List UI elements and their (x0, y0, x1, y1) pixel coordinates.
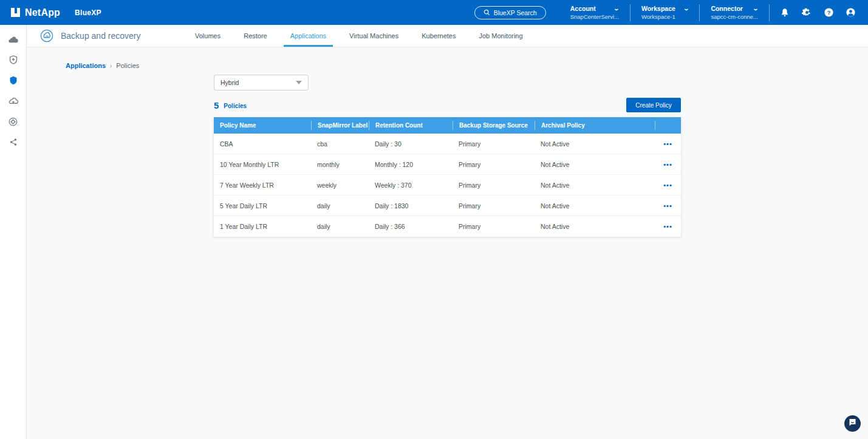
column-header-actions (655, 121, 681, 130)
account-menu-value: SnapCenterServi... (570, 13, 619, 20)
chat-help-button[interactable] (844, 415, 861, 432)
workspace-menu[interactable]: Workspace ⌄ Workspace-1 (630, 4, 700, 21)
row-ellipsis-menu-icon[interactable]: ••• (663, 162, 672, 168)
cell-archival-policy: Not Active (535, 202, 655, 209)
column-header-backup-storage-source: Backup Storage Source (453, 121, 535, 130)
cell-policy-name: 7 Year Weekly LTR (214, 182, 311, 189)
dropdown-caret-icon (296, 81, 302, 84)
table-header-row: Policy NameSnapMirror LabelRetention Cou… (214, 117, 681, 134)
breadcrumb-applications-link[interactable]: Applications (66, 62, 106, 69)
cell-retention-count: Weekly : 370 (369, 182, 453, 189)
cell-archival-policy: Not Active (535, 140, 655, 148)
table-row: 1 Year Daily LTRdailyDaily : 366PrimaryN… (214, 216, 681, 237)
connector-menu-value: sapcc-cm-conne... (711, 13, 758, 20)
shield-plus-icon (9, 55, 18, 64)
row-ellipsis-menu-icon[interactable]: ••• (663, 203, 672, 209)
cell-backup-storage-source: Primary (453, 140, 535, 148)
policies-table: Policy NameSnapMirror LabelRetention Cou… (214, 117, 681, 237)
breadcrumb-current: Policies (116, 62, 139, 69)
svg-text:?: ? (827, 9, 830, 16)
left-sidebar (0, 25, 27, 439)
cloud-storage-icon (8, 35, 18, 43)
gear-circle-icon (9, 117, 18, 126)
cell-snapmirror-label: weekly (311, 182, 369, 189)
cell-policy-name: CBA (214, 140, 311, 148)
cell-archival-policy: Not Active (535, 161, 655, 168)
brand-name: NetApp (25, 7, 60, 18)
cell-archival-policy: Not Active (535, 182, 655, 189)
cell-retention-count: Daily : 1830 (369, 202, 453, 209)
connector-menu-label: Connector (711, 5, 743, 12)
cell-retention-count: Daily : 30 (369, 140, 453, 148)
cell-backup-storage-source: Primary (453, 202, 535, 209)
policies-count-label: Policies (224, 101, 247, 109)
tab-job-monitoring[interactable]: Job Monitoring (467, 25, 534, 47)
workspace-menu-value: Workspace-1 (641, 13, 688, 20)
product-name: BlueXP (75, 9, 101, 17)
cell-snapmirror-label: daily (311, 202, 369, 209)
sidebar-item-protection[interactable] (4, 72, 23, 88)
policies-count: 5 (214, 100, 219, 111)
sidebar-item-extend[interactable] (4, 114, 23, 129)
environment-filter-dropdown[interactable]: Hybrid (214, 75, 309, 90)
cell-archival-policy: Not Active (535, 223, 655, 230)
row-actions-menu: ••• (655, 203, 681, 209)
row-actions-menu: ••• (655, 141, 681, 147)
netapp-brand[interactable]: NetApp (0, 7, 60, 18)
tab-volumes[interactable]: Volumes (183, 25, 232, 47)
help-icon[interactable]: ? (821, 5, 836, 21)
bluexp-search-button[interactable]: BlueXP Search (474, 6, 546, 19)
notifications-bell-icon[interactable] (777, 5, 793, 21)
table-body: CBAcbaDaily : 30PrimaryNot Active•••10 Y… (214, 134, 681, 237)
environment-filter-value: Hybrid (220, 79, 239, 86)
cell-snapmirror-label: cba (311, 140, 369, 148)
service-title: Backup and recovery (61, 31, 141, 41)
sidebar-item-storage[interactable] (4, 31, 23, 47)
workspace-menu-label: Workspace (641, 5, 675, 12)
shield-protection-icon (9, 76, 18, 85)
row-actions-menu: ••• (655, 223, 681, 230)
share-network-icon (9, 138, 18, 146)
table-row: CBAcbaDaily : 30PrimaryNot Active••• (214, 134, 681, 154)
search-icon (484, 9, 490, 16)
sidebar-item-health[interactable] (4, 52, 23, 67)
column-header-archival-policy: Archival Policy (535, 121, 655, 130)
topnav-icons: ? (770, 5, 868, 21)
sidebar-item-mobility[interactable] (4, 93, 23, 109)
cell-policy-name: 5 Year Daily LTR (214, 202, 311, 209)
chevron-down-icon: ⌄ (613, 5, 620, 12)
row-actions-menu: ••• (655, 182, 681, 188)
cell-snapmirror-label: monthly (311, 161, 369, 168)
column-header-retention-count: Retention Count (369, 121, 453, 130)
tab-virtual-machines[interactable]: Virtual Machines (338, 25, 410, 47)
account-menu-label: Account (570, 5, 596, 12)
user-profile-icon[interactable] (842, 5, 858, 21)
tab-applications[interactable]: Applications (279, 25, 338, 47)
sidebar-item-share[interactable] (4, 134, 23, 150)
policies-summary-bar: 5 Policies Create Policy (214, 97, 681, 113)
tab-restore[interactable]: Restore (232, 25, 279, 47)
row-ellipsis-menu-icon[interactable]: ••• (663, 223, 672, 230)
cell-retention-count: Daily : 366 (369, 223, 453, 230)
cell-backup-storage-source: Primary (453, 182, 535, 189)
topnav-right: BlueXP Search Account ⌄ SnapCenterServi.… (474, 0, 868, 25)
chat-bubble-icon (848, 418, 857, 429)
search-label: BlueXP Search (494, 9, 537, 16)
cell-snapmirror-label: daily (311, 223, 369, 230)
service-header: Backup and recovery VolumesRestoreApplic… (27, 25, 868, 47)
connector-menu[interactable]: Connector ⌄ sapcc-cm-conne... (700, 4, 770, 21)
service-tabs: VolumesRestoreApplicationsVirtual Machin… (183, 25, 535, 47)
create-policy-button[interactable]: Create Policy (626, 98, 681, 112)
row-ellipsis-menu-icon[interactable]: ••• (663, 141, 672, 147)
table-row: 5 Year Daily LTRdailyDaily : 1830Primary… (214, 196, 681, 216)
column-header-snapmirror-label: SnapMirror Label (311, 121, 369, 130)
bluexp-app: NetApp BlueXP BlueXP Search Account ⌄ Sn… (0, 0, 868, 439)
settings-gear-icon[interactable] (799, 5, 815, 21)
cell-backup-storage-source: Primary (453, 223, 535, 230)
table-row: 7 Year Weekly LTRweeklyWeekly : 370Prima… (214, 175, 681, 196)
account-menu[interactable]: Account ⌄ SnapCenterServi... (559, 4, 630, 21)
row-actions-menu: ••• (655, 162, 681, 168)
chevron-down-icon: ⌄ (683, 5, 689, 12)
tab-kubernetes[interactable]: Kubernetes (410, 25, 467, 47)
row-ellipsis-menu-icon[interactable]: ••• (663, 182, 672, 188)
